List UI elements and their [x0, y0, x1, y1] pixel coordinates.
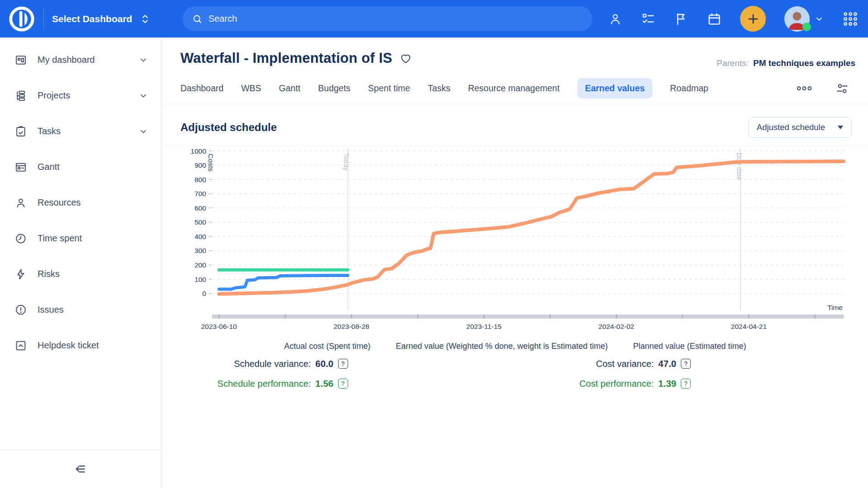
topbar-divider	[43, 9, 44, 29]
sidebar-item-projects[interactable]: Projects	[0, 78, 162, 113]
sidebar-item-label: Issues	[38, 305, 64, 315]
schedule-performance-value: 1.56	[316, 378, 334, 389]
svg-text:900: 900	[194, 161, 206, 169]
lightning-icon	[14, 268, 27, 281]
chevron-down-icon[interactable]	[138, 91, 148, 101]
add-new-button[interactable]	[740, 6, 766, 32]
tasks-checklist-icon[interactable]	[641, 12, 656, 26]
user-menu[interactable]	[784, 6, 824, 32]
sidebar-item-risks[interactable]: Risks	[0, 256, 162, 292]
help-icon[interactable]: ?	[338, 359, 348, 369]
help-icon[interactable]: ?	[338, 379, 348, 389]
projects-icon	[14, 89, 27, 102]
chevron-down-icon[interactable]	[138, 55, 148, 65]
svg-text:300: 300	[194, 247, 206, 254]
svg-text:2023-11-15: 2023-11-15	[466, 323, 501, 330]
svg-text:2024-02-02: 2024-02-02	[599, 323, 634, 330]
search-bar[interactable]	[183, 6, 592, 31]
legend-earned-value: Earned value (Weighted % done, weight is…	[396, 342, 608, 351]
evm-chart[interactable]: 01002003004005006007008009001000CostsTod…	[185, 145, 868, 335]
cost-performance-value: 1.39	[658, 378, 676, 389]
svg-text:100: 100	[194, 276, 206, 283]
more-dots-icon	[797, 85, 812, 91]
collapse-sidebar-icon	[73, 461, 89, 477]
evm-metrics: Schedule variance: 60.0 ? Cost variance:…	[162, 358, 868, 389]
favorite-heart-icon[interactable]	[400, 52, 412, 65]
svg-text:400: 400	[194, 233, 206, 240]
dropdown-value: Adjusted schedule	[757, 122, 825, 132]
svg-text:500: 500	[194, 218, 206, 226]
svg-text:Costs: Costs	[207, 154, 215, 172]
sliders-icon	[835, 82, 849, 95]
tab-roadmap[interactable]: Roadmap	[670, 78, 708, 99]
chevron-down-icon[interactable]	[138, 127, 148, 136]
sidebar-item-label: Projects	[38, 90, 70, 101]
dashboard-icon	[14, 54, 27, 66]
select-dashboard-label: Select Dashboard	[52, 14, 132, 24]
tab-budgets[interactable]: Budgets	[318, 78, 351, 99]
parents-label: Parents:	[717, 58, 749, 68]
sidebar-item-time-spent[interactable]: Time spent	[0, 221, 162, 256]
main-content: Waterfall - Implementation of IS Parents…	[162, 38, 868, 488]
sidebar-item-my-dashboard[interactable]: My dashboard	[0, 42, 162, 78]
sidebar-item-helpdesk-ticket[interactable]: Helpdesk ticket	[0, 328, 162, 363]
tab-dashboard[interactable]: Dashboard	[180, 78, 223, 99]
gantt-icon	[14, 161, 27, 174]
tab-tasks[interactable]: Tasks	[428, 78, 450, 99]
svg-text:0: 0	[202, 290, 206, 297]
sidebar-item-tasks[interactable]: Tasks	[0, 113, 162, 149]
breadcrumb: Parents: PM techniques examples	[717, 58, 855, 68]
calendar-icon[interactable]	[707, 12, 722, 26]
sidebar-item-resources[interactable]: Resources	[0, 185, 162, 221]
sidebar-item-gantt[interactable]: Gantt	[0, 149, 162, 185]
sidebar-item-label: My dashboard	[38, 55, 95, 65]
sidebar-item-label: Risks	[38, 269, 60, 279]
collapse-sidebar-button[interactable]	[0, 450, 162, 488]
schedule-variance-label: Schedule variance:	[234, 359, 311, 369]
tasks-icon	[14, 125, 27, 138]
issue-icon	[14, 304, 27, 316]
chart-legend: Actual cost (Spent time) Earned value (W…	[162, 342, 868, 351]
plus-icon	[746, 12, 760, 26]
cost-variance-label: Cost variance:	[596, 359, 654, 369]
easy-project-logo-icon	[8, 5, 36, 33]
svg-text:Time: Time	[827, 304, 843, 311]
section-title: Adjusted schedule	[180, 121, 277, 134]
schedule-mode-dropdown[interactable]: Adjusted schedule	[748, 117, 852, 138]
apps-grid-icon[interactable]	[843, 11, 858, 27]
tab-wbs[interactable]: WBS	[241, 78, 261, 99]
project-tabs: DashboardWBSGanttBudgetsSpent timeTasksR…	[162, 78, 868, 99]
tab-spent-time[interactable]: Spent time	[368, 78, 410, 99]
cost-variance-value: 47.0	[658, 358, 676, 369]
svg-text:Due date: Due date	[736, 153, 743, 180]
tab-gantt[interactable]: Gantt	[279, 78, 301, 99]
search-input[interactable]	[208, 14, 583, 24]
online-status-dot	[802, 23, 811, 31]
flag-icon[interactable]	[674, 12, 689, 26]
evm-chart-area: 01002003004005006007008009001000CostsTod…	[162, 145, 868, 337]
legend-actual-cost: Actual cost (Spent time)	[284, 342, 370, 351]
chevron-down-icon[interactable]	[814, 14, 824, 24]
user-icon[interactable]	[608, 12, 623, 26]
svg-text:700: 700	[194, 190, 206, 197]
sidebar-item-label: Resources	[38, 197, 81, 208]
schedule-performance-label: Schedule performance:	[217, 379, 311, 389]
help-icon[interactable]: ?	[681, 379, 691, 389]
parent-project-link[interactable]: PM techniques examples	[753, 58, 855, 68]
app-logo[interactable]	[0, 5, 43, 33]
svg-text:2024-04-21: 2024-04-21	[731, 323, 767, 330]
svg-text:200: 200	[194, 261, 206, 269]
select-dashboard-button[interactable]: Select Dashboard	[52, 13, 151, 25]
sidebar-item-issues[interactable]: Issues	[0, 292, 162, 328]
help-icon[interactable]: ?	[681, 359, 691, 369]
person-icon	[14, 197, 27, 209]
tab-earned-values[interactable]: Earned values	[577, 78, 652, 99]
topbar: Select Dashboard	[0, 0, 868, 38]
schedule-variance-value: 60.0	[316, 358, 334, 369]
tab-resource-management[interactable]: Resource management	[468, 78, 560, 99]
search-icon	[192, 13, 203, 25]
sidebar-item-label: Gantt	[38, 162, 60, 172]
module-settings-button[interactable]	[835, 82, 849, 95]
sidebar: My dashboard Projects Tasks GanttResourc…	[0, 38, 162, 488]
more-tabs-button[interactable]	[797, 85, 812, 91]
